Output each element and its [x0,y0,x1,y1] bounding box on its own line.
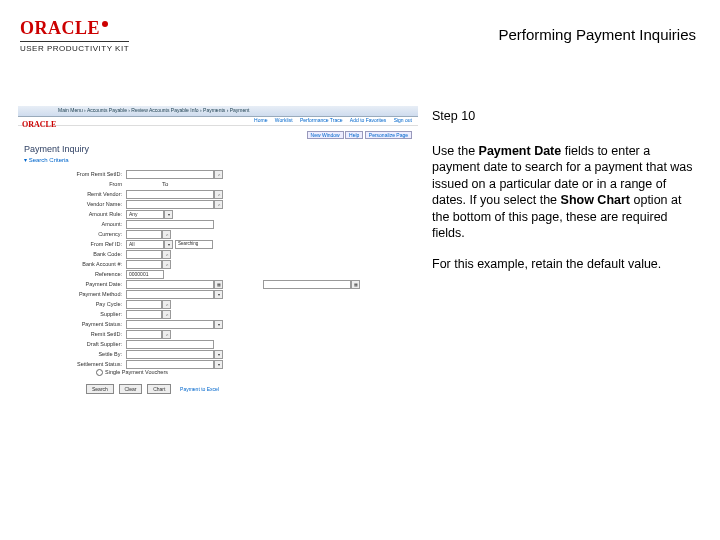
brand-header: ORACLE USER PRODUCTIVITY KIT [20,18,129,53]
app-logo: ORACLE [22,120,56,129]
lookup-icon[interactable]: ⌕ [162,260,171,269]
label: Payment Status: [46,321,126,327]
chevron-down-icon[interactable]: ▾ [214,290,223,299]
label: Amount: [46,221,126,227]
link-perf-trace[interactable]: Performance Trace [300,117,343,123]
page-title: Performing Payment Inquiries [498,26,696,43]
label: Bank Code: [46,251,126,257]
label: Amount Rule: [46,211,126,217]
lookup-icon[interactable]: ⌕ [214,200,223,209]
from-ref-value[interactable]: Searching [175,240,213,249]
lookup-icon[interactable]: ⌕ [162,300,171,309]
link-favorites[interactable]: Add to Favorites [350,117,386,123]
search-form: From Remit SetID:⌕ FromTo Remit Vendor:⌕… [46,169,418,394]
button-row: Search Clear Chart Payment to Excel [86,384,418,394]
kit-label: USER PRODUCTIVITY KIT [20,41,129,53]
label: Settlement Status: [46,361,126,367]
chevron-down-icon[interactable]: ▾ [214,320,223,329]
label: From Ref ID: [46,241,126,247]
label: From [46,181,126,187]
lookup-icon[interactable]: ⌕ [162,330,171,339]
calendar-icon[interactable]: ▦ [351,280,360,289]
label: Payment Date: [46,281,126,287]
single-payment-radio[interactable]: Single Payment Vouchers [96,369,418,376]
bank-account-input[interactable] [126,260,162,269]
instruction-note: For this example, retain the default val… [432,256,698,273]
amount-rule-select[interactable]: Any [126,210,164,219]
link-new-window[interactable]: New Window [307,131,344,139]
lookup-icon[interactable]: ⌕ [214,170,223,179]
form-title: Payment Inquiry [24,144,418,154]
chevron-down-icon[interactable]: ▾ [214,350,223,359]
chevron-down-icon[interactable]: ▾ [164,240,173,249]
lookup-icon[interactable]: ⌕ [214,190,223,199]
amount-input[interactable] [126,220,214,229]
lookup-icon[interactable]: ⌕ [162,230,171,239]
label: Vendor Name: [46,201,126,207]
lookup-icon[interactable]: ⌕ [162,250,171,259]
instruction-body: Use the Payment Date fields to enter a p… [432,143,698,242]
chevron-down-icon[interactable]: ▾ [164,210,173,219]
chart-button[interactable]: Chart [147,384,171,394]
remit-setid-input[interactable] [126,170,214,179]
link-personalize[interactable]: Personalize Page [365,131,412,139]
payment-date-to[interactable] [263,280,351,289]
pay-cycle-input[interactable] [126,300,162,309]
payment-date-from[interactable] [126,280,214,289]
reference-input[interactable]: 0000001 [126,270,164,279]
link-home[interactable]: Home [254,117,267,123]
calendar-icon[interactable]: ▦ [214,280,223,289]
payment-status-select[interactable] [126,320,214,329]
link-help[interactable]: Help [345,131,363,139]
label: Currency: [46,231,126,237]
section-header[interactable]: Search Criteria [24,156,418,163]
label: Settle By: [46,351,126,357]
global-links: Home Worklist Performance Trace Add to F… [18,117,418,126]
link-signout[interactable]: Sign out [394,117,412,123]
payment-method-select[interactable] [126,290,214,299]
label: Bank Account #: [46,261,126,267]
draft-supplier-input[interactable] [126,340,214,349]
label: Remit SetID: [46,331,126,337]
search-button[interactable]: Search [86,384,114,394]
instruction-panel: Step 10 Use the Payment Date fields to e… [432,108,698,286]
link-worklist[interactable]: Worklist [275,117,293,123]
page-tools: New Window Help Personalize Page [18,132,418,140]
step-label: Step 10 [432,108,698,125]
breadcrumb[interactable]: Main Menu › Accounts Payable › Review Ac… [58,107,249,113]
settlement-status-select[interactable] [126,360,214,369]
remit-vendor-input[interactable] [126,190,214,199]
export-link[interactable]: Payment to Excel [180,386,219,392]
remit-setid2-input[interactable] [126,330,162,339]
lookup-icon[interactable]: ⌕ [162,310,171,319]
clear-button[interactable]: Clear [119,384,143,394]
label: Remit Vendor: [46,191,126,197]
label: Payment Method: [46,291,126,297]
label: Draft Supplier: [46,341,126,347]
label: Supplier: [46,311,126,317]
label: Reference: [46,271,126,277]
currency-input[interactable] [126,230,162,239]
app-screenshot: Main Menu › Accounts Payable › Review Ac… [18,106,418,386]
label: From Remit SetID: [46,171,126,177]
oracle-logo: ORACLE [20,18,129,39]
vendor-name-input[interactable] [126,200,214,209]
supplier-input[interactable] [126,310,162,319]
breadcrumb-bar: Main Menu › Accounts Payable › Review Ac… [18,106,418,117]
bank-code-input[interactable] [126,250,162,259]
to-label: To [162,181,168,187]
settle-by-select[interactable] [126,350,214,359]
from-ref-select[interactable]: All [126,240,164,249]
label: Pay Cycle: [46,301,126,307]
chevron-down-icon[interactable]: ▾ [214,360,223,369]
